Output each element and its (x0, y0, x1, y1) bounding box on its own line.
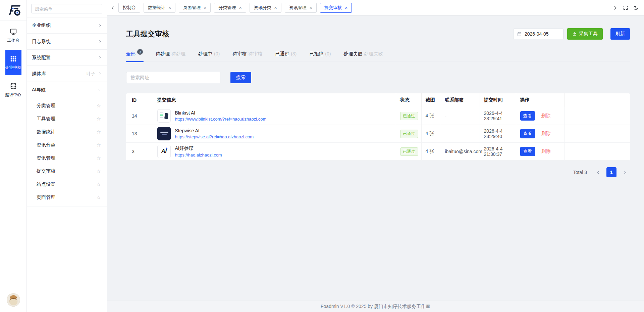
sidebar-group-item[interactable]: 系统配置 (27, 49, 107, 65)
open-tab-label: 数据统计 (148, 5, 165, 11)
sidebar-item-资讯管理[interactable]: 资讯管理 ☆ (27, 151, 107, 165)
filter-tab-处理失败[interactable]: 处理失败 处理失败 (343, 51, 383, 57)
cell-screenshots: 4 张 (421, 107, 441, 125)
cell-id: 3 (126, 143, 153, 161)
open-tab-label: 分类管理 (218, 5, 236, 11)
col-spacer (564, 93, 630, 107)
favorite-star-icon[interactable]: ☆ (97, 142, 101, 147)
filter-tab-label: 待审核 (232, 51, 247, 57)
open-tab-数据统计[interactable]: 数据统计 × (144, 3, 175, 13)
cell-email: - (441, 125, 480, 143)
tool-url-link[interactable]: https://stepwise.ai?ref=hao.aizhaozi.com (175, 134, 254, 139)
rail-item-超级中心[interactable]: 超级中心 (5, 78, 21, 101)
cell-email: - (441, 107, 480, 125)
menu-search-input[interactable] (31, 4, 102, 13)
rail-item-label: 企业中枢 (5, 65, 21, 71)
app-logo[interactable] (0, 0, 26, 21)
date-picker[interactable]: 2026-04-05 (513, 29, 564, 39)
filter-tab-待处理[interactable]: 待处理 待处理 (156, 51, 185, 57)
tab-close-icon[interactable]: × (310, 5, 312, 10)
favorite-star-icon[interactable]: ☆ (97, 103, 101, 108)
user-avatar[interactable] (7, 293, 20, 307)
sidebar-item-站点设置[interactable]: 站点设置 ☆ (27, 178, 107, 191)
sidebar-sub-item-label: 页面管理 (37, 194, 97, 200)
filter-tab-全部[interactable]: 全部 3 (126, 51, 143, 57)
cell-email: ibaituo@sina.com (441, 143, 480, 161)
pagination-prev-icon[interactable] (593, 167, 603, 177)
primary-rail: 工作台 企业中枢 超级中心 (0, 0, 27, 312)
page-content: 工具提交审核 2026-04-05 采集工具 刷新 全部 3 (107, 15, 644, 301)
open-tab-提交审核[interactable]: 提交审核 × (320, 3, 352, 13)
sidebar-item-数据统计[interactable]: 数据统计 ☆ (27, 125, 107, 138)
col-screenshots: 截图 (421, 93, 441, 107)
open-tab-资讯管理[interactable]: 资讯管理 × (285, 3, 317, 13)
delete-link[interactable]: 删除 (541, 131, 550, 136)
tool-url-link[interactable]: https://hao.aizhaozi.com (175, 152, 222, 158)
url-search-input[interactable] (126, 72, 220, 83)
sidebar-group-label: AI导航 (32, 87, 98, 93)
favorite-star-icon[interactable]: ☆ (97, 182, 101, 187)
dark-mode-moon-icon[interactable] (633, 5, 639, 10)
open-tab-页面管理[interactable]: 页面管理 × (179, 3, 211, 13)
view-button[interactable]: 查看 (520, 111, 535, 121)
rail-item-企业中枢[interactable]: 企业中枢 (5, 50, 21, 75)
tabs-scroll-left-icon[interactable] (110, 5, 115, 10)
sidebar-item-提交审核[interactable]: 提交审核 ☆ (27, 165, 107, 178)
favorite-star-icon[interactable]: ☆ (97, 195, 101, 200)
cell-status: 已通过 (396, 143, 421, 161)
sidebar-item-页面管理[interactable]: 页面管理 ☆ (27, 191, 107, 204)
sidebar-group-item[interactable]: AI导航 (27, 82, 107, 98)
open-tab-资讯分类[interactable]: 资讯分类 × (250, 3, 281, 13)
sidebar-group-item[interactable]: 日志系统 (27, 33, 107, 49)
cell-info: Ai AI好参谋 https://hao.aizhaozi.com (153, 143, 396, 161)
open-tab-控制台[interactable]: 控制台 (118, 3, 140, 13)
filter-tab-处理中[interactable]: 处理中 (0) (198, 51, 220, 57)
refresh-button[interactable]: 刷新 (610, 28, 630, 40)
open-tab-label: 提交审核 (324, 5, 342, 11)
tabbar-actions (612, 5, 639, 10)
favorite-star-icon[interactable]: ☆ (97, 129, 101, 134)
footer: Foadmin V1.0 © 2025 by 厦门市知序技术服务工作室 (107, 301, 644, 312)
submissions-table: ID 提交信息 状态 截图 联系邮箱 提交时间 操作 14 (126, 93, 630, 161)
sidebar-group-label: 企业组织 (32, 23, 98, 29)
tool-name: Stepwise AI (175, 128, 254, 133)
sidebar-item-分类管理[interactable]: 分类管理 ☆ (27, 99, 107, 112)
rail-item-工作台[interactable]: 工作台 (5, 24, 21, 47)
open-tab-分类管理[interactable]: 分类管理 × (214, 3, 246, 13)
favorite-star-icon[interactable]: ☆ (97, 155, 101, 161)
sidebar-item-资讯分类[interactable]: 资讯分类 ☆ (27, 138, 107, 151)
cell-id: 14 (126, 107, 153, 125)
tab-close-icon[interactable]: × (168, 5, 171, 10)
search-button[interactable]: 搜索 (230, 72, 251, 83)
tab-close-icon[interactable]: × (239, 5, 241, 10)
pagination-page-1[interactable]: 1 (606, 167, 616, 177)
database-icon (10, 82, 17, 90)
tool-url-link[interactable]: https://www.blinkist.com/?ref=hao.aizhao… (175, 117, 267, 122)
filter-tab-已拒绝[interactable]: 已拒绝 (0) (309, 51, 331, 57)
status-badge: 已通过 (400, 112, 418, 120)
pagination-next-icon[interactable] (620, 167, 630, 177)
tabs-scroll-right-icon[interactable] (612, 5, 618, 10)
fullscreen-icon[interactable] (623, 5, 628, 10)
sidebar-sub-item-label: 分类管理 (37, 103, 97, 109)
filter-tab-待审核[interactable]: 待审核 待审核 (232, 51, 262, 57)
view-button[interactable]: 查看 (520, 147, 535, 156)
col-status: 状态 (396, 93, 421, 107)
favorite-star-icon[interactable]: ☆ (97, 116, 101, 121)
filter-tab-suffix: (0) (214, 51, 220, 56)
sidebar-group-item[interactable]: 媒体库 叶子 (27, 65, 107, 82)
tabbar: 控制台 数据统计 × 页面管理 × 分类管理 × 资讯分类 × 资讯管理 × 提… (107, 0, 644, 15)
delete-link[interactable]: 删除 (541, 113, 550, 118)
delete-link[interactable]: 删除 (541, 148, 550, 154)
favorite-star-icon[interactable]: ☆ (97, 169, 101, 174)
sidebar-group-item[interactable]: 企业组织 (27, 17, 107, 33)
collect-tools-button[interactable]: 采集工具 (567, 28, 603, 40)
sidebar: 企业组织 日志系统 系统配置 媒体库 叶子 AI导航 分类管理 ☆ 工具管理 ☆… (27, 0, 107, 312)
tab-close-icon[interactable]: × (204, 5, 206, 10)
tab-close-icon[interactable]: × (274, 5, 277, 10)
sidebar-item-工具管理[interactable]: 工具管理 ☆ (27, 112, 107, 125)
filter-tab-已通过[interactable]: 已通过 (3) (275, 51, 297, 57)
tab-close-icon[interactable]: × (345, 5, 347, 10)
view-button[interactable]: 查看 (520, 129, 535, 138)
status-badge: 已通过 (400, 147, 418, 156)
